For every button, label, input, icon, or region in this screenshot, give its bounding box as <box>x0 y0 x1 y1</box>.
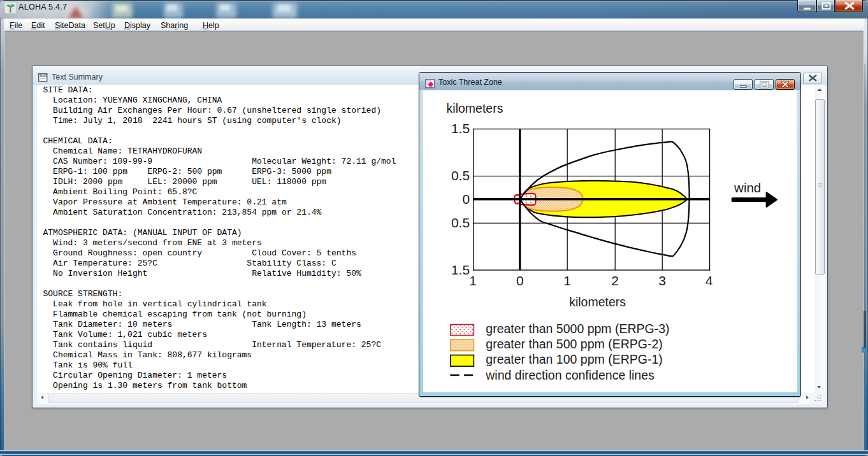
svg-text:1: 1 <box>563 273 571 288</box>
svg-text:1.5: 1.5 <box>451 262 470 277</box>
svg-text:greater than 100 ppm (ERPG-1): greater than 100 ppm (ERPG-1) <box>486 352 662 366</box>
svg-text:greater than 5000 ppm (ERPG-3): greater than 5000 ppm (ERPG-3) <box>486 322 669 336</box>
svg-text:2: 2 <box>611 273 619 288</box>
svg-text:greater than 500 ppm (ERPG-2): greater than 500 ppm (ERPG-2) <box>486 337 662 351</box>
svg-text:TEXT: TEXT <box>40 75 47 78</box>
svg-text:kilometers: kilometers <box>447 101 503 115</box>
svg-text:kilometers: kilometers <box>569 295 626 309</box>
svg-text:4: 4 <box>705 273 713 288</box>
svg-text:wind: wind <box>734 180 761 195</box>
svg-text:1.5: 1.5 <box>451 121 470 136</box>
svg-text:0: 0 <box>516 273 524 288</box>
svg-text:0.5: 0.5 <box>451 215 470 230</box>
svg-text:3: 3 <box>658 273 666 288</box>
svg-text:0: 0 <box>462 192 470 206</box>
svg-text:0.5: 0.5 <box>451 168 470 183</box>
svg-text:1: 1 <box>469 273 477 288</box>
svg-text:wind direction confidence line: wind direction confidence lines <box>485 368 655 382</box>
